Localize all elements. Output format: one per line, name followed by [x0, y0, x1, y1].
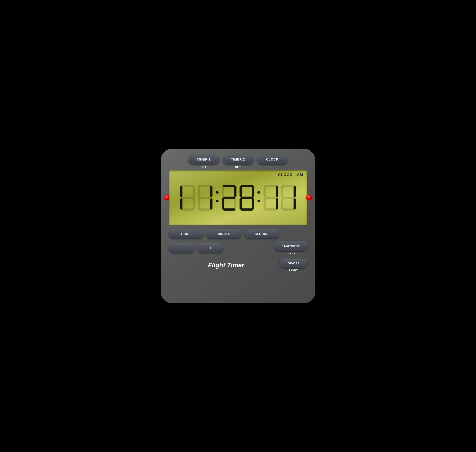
svg-rect-28 — [264, 185, 277, 187]
svg-rect-30 — [276, 186, 278, 197]
time-display — [179, 183, 297, 212]
svg-rect-14 — [223, 185, 235, 187]
svg-rect-41 — [282, 208, 295, 211]
svg-rect-32 — [264, 198, 266, 210]
clock-button[interactable]: CLOCK — [257, 155, 288, 165]
clock-group: CLOCK — [257, 155, 288, 169]
brand-label: Flight Timer — [169, 261, 280, 269]
start-stop-group: START/STOP CLEAR — [274, 241, 307, 255]
clear-label: CLEAR — [286, 252, 296, 255]
svg-rect-34 — [264, 208, 277, 211]
svg-rect-11 — [198, 198, 200, 210]
mode-buttons-row: TIMER 1 SET TIMER 2 SET CLOCK — [169, 155, 307, 169]
digit-hours-2 — [197, 183, 214, 212]
start-stop-button[interactable]: START/STOP — [274, 241, 307, 251]
brand-row: Flight Timer ON/OFF LIGHT — [169, 259, 307, 272]
svg-rect-18 — [222, 198, 224, 210]
svg-rect-10 — [199, 196, 211, 199]
svg-rect-21 — [241, 185, 253, 187]
svg-rect-37 — [294, 186, 296, 197]
svg-rect-6 — [181, 208, 194, 211]
led-right-indicator — [306, 195, 312, 200]
timer2-button[interactable]: TIMER 2 — [223, 155, 253, 165]
digit-minutes-1 — [221, 183, 238, 212]
svg-rect-8 — [198, 186, 200, 197]
flight-timer-device: TIMER 1 SET TIMER 2 SET CLOCK CLOCK - AM — [161, 149, 315, 303]
svg-rect-35 — [282, 185, 295, 187]
svg-rect-7 — [199, 185, 211, 187]
svg-rect-12 — [210, 198, 212, 210]
svg-rect-0 — [181, 185, 194, 187]
svg-rect-20 — [223, 208, 235, 211]
display-container: CLOCK - AM — [169, 170, 307, 226]
second-button[interactable]: SECOND — [244, 229, 279, 239]
digit-seconds-1 — [262, 183, 279, 212]
svg-rect-17 — [223, 196, 235, 199]
on-off-group: ON/OFF LIGHT — [280, 259, 307, 272]
svg-rect-4 — [180, 198, 182, 210]
minute-button[interactable]: MINUTE — [206, 229, 241, 239]
control-buttons-row: − + START/STOP CLEAR — [169, 241, 307, 255]
on-off-button[interactable]: ON/OFF — [280, 259, 307, 268]
svg-rect-1 — [180, 186, 182, 197]
svg-rect-39 — [281, 198, 284, 210]
svg-rect-31 — [264, 196, 277, 199]
bottom-controls: HOUR MINUTE SECOND − + START/STOP CLEAR … — [169, 229, 307, 272]
svg-rect-38 — [282, 196, 295, 199]
svg-rect-13 — [199, 208, 211, 211]
svg-rect-16 — [234, 186, 236, 197]
timer1-group: TIMER 1 SET — [188, 155, 219, 169]
colon-1 — [215, 191, 219, 202]
plus-button[interactable]: + — [198, 243, 223, 253]
lcd-screen: CLOCK - AM — [169, 170, 307, 226]
svg-rect-27 — [241, 208, 253, 211]
svg-rect-3 — [181, 196, 194, 199]
svg-rect-26 — [252, 198, 254, 210]
adjustment-buttons-row: HOUR MINUTE SECOND — [169, 229, 307, 239]
svg-rect-5 — [192, 198, 195, 210]
timer1-button[interactable]: TIMER 1 — [188, 155, 219, 165]
svg-rect-23 — [252, 186, 254, 197]
svg-rect-22 — [240, 186, 242, 197]
digit-minutes-2 — [238, 183, 255, 212]
digit-seconds-2 — [280, 183, 297, 212]
hour-button[interactable]: HOUR — [169, 229, 203, 239]
svg-rect-24 — [241, 196, 253, 199]
timer2-group: TIMER 2 SET — [223, 155, 253, 169]
svg-rect-9 — [210, 186, 212, 197]
svg-rect-19 — [234, 198, 236, 210]
svg-rect-29 — [264, 186, 266, 197]
timer2-set-label: SET — [235, 166, 241, 169]
svg-rect-40 — [294, 198, 296, 210]
minus-button[interactable]: − — [169, 243, 194, 253]
svg-rect-15 — [222, 186, 224, 197]
colon-2 — [257, 191, 261, 202]
digit-hours-1 — [179, 183, 196, 212]
svg-rect-33 — [276, 198, 278, 210]
light-label: LIGHT — [289, 269, 298, 272]
svg-rect-2 — [192, 186, 195, 197]
mode-label: CLOCK - AM — [278, 173, 303, 177]
svg-rect-25 — [240, 198, 242, 210]
svg-rect-36 — [281, 186, 284, 197]
timer1-set-label: SET — [201, 166, 207, 169]
